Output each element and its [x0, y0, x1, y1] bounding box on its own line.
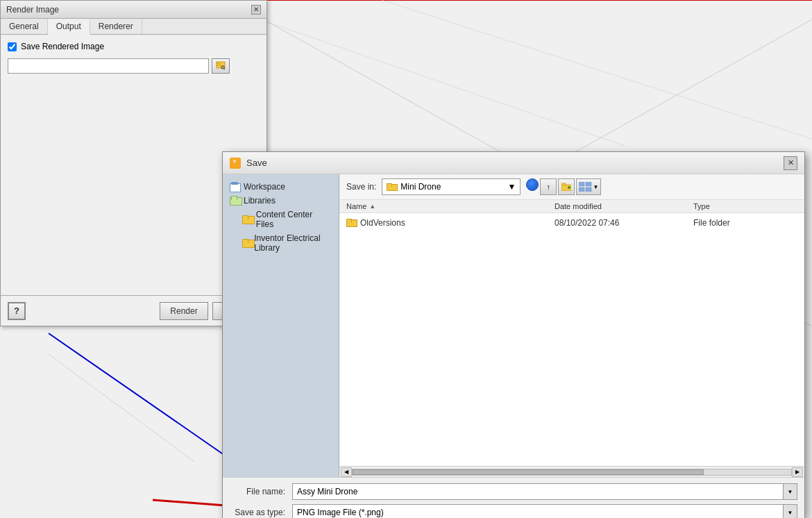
- save-dialog-icon: [230, 158, 241, 169]
- svg-rect-20: [579, 187, 584, 192]
- table-row[interactable]: OldVersions 08/10/2022 07:46 File folder: [339, 216, 804, 230]
- svg-line-3: [49, 333, 229, 458]
- render-panel-titlebar: Render Image ✕: [1, 1, 267, 19]
- dialog-bottom: File name: ▼ Save as type: PNG Image Fil…: [223, 477, 804, 518]
- render-panel-title: Render Image: [6, 5, 59, 15]
- file-list-header: Name ▲ Date modified Type: [339, 200, 804, 213]
- scroll-track[interactable]: [352, 469, 792, 476]
- svg-rect-18: [579, 182, 584, 186]
- render-help-icon: ?: [8, 302, 26, 320]
- browse-icon: [216, 61, 226, 71]
- content-panel: Save in: Mini Drone ▼ ↑: [339, 174, 804, 477]
- dialog-body: Workspace Libraries Content Center Files…: [223, 174, 804, 477]
- render-panel-body: Save Rendered Image: [1, 35, 267, 81]
- file-name-input-wrapper: ▼: [292, 483, 797, 500]
- tree-item-workspace[interactable]: Workspace: [226, 180, 336, 194]
- old-versions-name: OldVersions: [360, 218, 405, 228]
- save-as-type-wrapper: PNG Image File (*.png) ▼: [292, 504, 797, 518]
- content-center-label: Content Center Files: [256, 210, 332, 229]
- save-in-label: Save in:: [346, 182, 376, 192]
- file-path-input[interactable]: [8, 58, 209, 74]
- save-in-dropdown-arrow: ▼: [507, 182, 516, 192]
- save-as-type-value: PNG Image File (*.png): [293, 506, 783, 518]
- old-versions-date: 08/10/2022 07:46: [555, 218, 619, 228]
- save-rendered-image-row: Save Rendered Image: [8, 42, 260, 51]
- file-name-row: File name: ▼: [230, 483, 797, 500]
- save-as-type-dropdown-btn[interactable]: ▼: [783, 505, 797, 518]
- save-dialog: Save ✕ Workspace Libraries Content Cente…: [222, 151, 805, 518]
- up-button[interactable]: ↑: [540, 178, 557, 195]
- save-as-type-row: Save as type: PNG Image File (*.png) ▼: [230, 504, 797, 518]
- svg-line-2: [264, 21, 625, 146]
- file-name-label: File name:: [230, 487, 285, 496]
- file-name-dropdown-btn[interactable]: ▼: [783, 484, 797, 499]
- file-name-input[interactable]: [293, 485, 783, 498]
- col-header-date[interactable]: Date modified: [555, 202, 693, 210]
- save-rendered-image-label: Save Rendered Image: [21, 42, 104, 51]
- file-name-cell: OldVersions: [346, 218, 555, 228]
- save-in-folder-icon: [387, 183, 396, 191]
- svg-line-1: [382, 0, 812, 139]
- back-button[interactable]: [526, 178, 539, 191]
- old-versions-type: File folder: [693, 218, 730, 228]
- sort-arrow: ▲: [369, 203, 375, 210]
- tab-output[interactable]: Output: [48, 19, 90, 35]
- tab-renderer[interactable]: Renderer: [90, 19, 142, 34]
- file-date-cell: 08/10/2022 07:46: [555, 218, 693, 228]
- save-in-display: Mini Drone: [387, 182, 441, 192]
- svg-rect-13: [233, 160, 236, 162]
- view-button[interactable]: ▼: [576, 178, 601, 195]
- col-name-label: Name: [346, 202, 366, 210]
- browse-button[interactable]: [212, 58, 230, 74]
- libraries-label: Libraries: [244, 196, 276, 206]
- dialog-close-button[interactable]: ✕: [784, 156, 797, 170]
- tree-item-libraries[interactable]: Libraries: [226, 194, 336, 208]
- view-dropdown-arrow: ▼: [593, 184, 598, 190]
- render-button[interactable]: Render: [160, 302, 208, 320]
- render-panel-close-button[interactable]: ✕: [251, 5, 261, 15]
- old-versions-folder-icon: [346, 219, 356, 227]
- view-icon: [579, 182, 593, 192]
- scroll-thumb[interactable]: [353, 469, 704, 475]
- scroll-right-arrow[interactable]: ▶: [792, 467, 803, 477]
- col-header-type[interactable]: Type: [693, 202, 797, 210]
- svg-rect-21: [586, 187, 591, 192]
- save-as-type-label: Save as type:: [230, 508, 285, 517]
- save-icon: [231, 159, 239, 167]
- horizontal-scrollbar[interactable]: ◀ ▶: [339, 466, 804, 477]
- col-header-name[interactable]: Name ▲: [346, 202, 555, 210]
- inventor-electrical-label: Inventor Electrical Library: [254, 233, 332, 253]
- new-folder-button[interactable]: [558, 178, 575, 195]
- tree-item-content-center[interactable]: Content Center Files: [226, 208, 336, 231]
- tree-panel: Workspace Libraries Content Center Files…: [223, 174, 339, 477]
- col-type-label: Type: [693, 202, 710, 210]
- save-in-value: Mini Drone: [400, 182, 441, 192]
- svg-line-11: [224, 69, 226, 70]
- render-panel-tabs: General Output Renderer: [1, 19, 267, 35]
- file-type-cell: File folder: [693, 218, 797, 228]
- folder-icon-content-center: [242, 215, 253, 224]
- dialog-title-text: Save: [246, 158, 267, 168]
- tab-general[interactable]: General: [1, 19, 48, 34]
- svg-rect-19: [586, 182, 591, 186]
- dialog-titlebar: Save ✕: [223, 152, 804, 174]
- svg-line-4: [49, 354, 194, 462]
- svg-rect-15: [561, 183, 566, 185]
- workspace-label: Workspace: [244, 182, 285, 192]
- up-icon: ↑: [547, 183, 551, 191]
- save-in-select[interactable]: Mini Drone ▼: [382, 178, 521, 195]
- file-input-row: [8, 58, 260, 74]
- dialog-title-left: Save: [230, 158, 267, 169]
- new-folder-icon: [561, 183, 571, 191]
- scroll-left-arrow[interactable]: ◀: [341, 467, 352, 477]
- folder-icon-inventor-electrical: [242, 239, 251, 248]
- render-help-button[interactable]: ?: [8, 302, 26, 320]
- workspace-icon: [230, 182, 241, 192]
- libraries-icon: [230, 196, 241, 206]
- file-list-body: OldVersions 08/10/2022 07:46 File folder: [339, 213, 804, 466]
- toolbar-buttons: ↑: [526, 178, 601, 195]
- save-rendered-image-checkbox[interactable]: [8, 42, 17, 51]
- tree-item-inventor-electrical[interactable]: Inventor Electrical Library: [226, 231, 336, 255]
- svg-rect-9: [217, 63, 220, 65]
- col-date-label: Date modified: [555, 202, 602, 210]
